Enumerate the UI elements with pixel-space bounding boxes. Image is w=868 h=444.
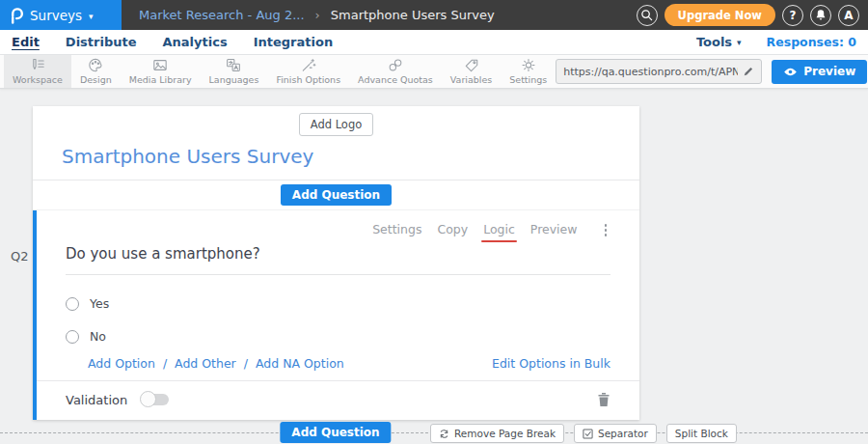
- add-na-option-link[interactable]: Add NA Option: [256, 356, 344, 371]
- preview-button[interactable]: Preview: [772, 60, 867, 84]
- breadcrumb-current: Smartphone Users Survey: [331, 8, 495, 22]
- upgrade-now-button[interactable]: Upgrade Now: [665, 4, 775, 26]
- radio-button[interactable]: [66, 330, 79, 344]
- toolbar-item-settings[interactable]: Settings: [501, 55, 556, 88]
- remove-page-break-button[interactable]: Remove Page Break: [430, 424, 564, 443]
- option-row-no: No: [66, 329, 610, 344]
- toolbar-item-variables[interactable]: Variables: [442, 55, 501, 88]
- add-logo-button[interactable]: Add Logo: [299, 113, 374, 136]
- responses-count[interactable]: Responses: 0: [767, 35, 856, 49]
- question-action-tabs: Settings Copy Logic Preview: [66, 222, 610, 238]
- help-icon: ?: [790, 9, 797, 22]
- tab-edit[interactable]: Edit: [12, 35, 40, 49]
- nav-right: Tools ▾ Responses: 0: [696, 35, 856, 49]
- help-button[interactable]: ?: [782, 5, 803, 26]
- tab-analytics[interactable]: Analytics: [163, 35, 228, 49]
- tab-integration[interactable]: Integration: [254, 35, 333, 49]
- question-tab-copy[interactable]: Copy: [437, 222, 468, 238]
- question-tab-logic[interactable]: Logic: [483, 222, 515, 238]
- tab-distribute[interactable]: Distribute: [66, 35, 137, 49]
- eye-icon: [783, 68, 798, 76]
- tools-menu[interactable]: Tools ▾: [696, 35, 742, 49]
- workspace-toolbar: Workspace Design Media Library Languages…: [0, 55, 868, 89]
- remove-page-break-icon: [439, 429, 449, 439]
- question-text[interactable]: Do you use a smartphone?: [66, 238, 610, 275]
- question-tab-settings[interactable]: Settings: [372, 222, 421, 238]
- add-question-row-top: Add Question: [33, 180, 639, 210]
- add-option-link[interactable]: Add Option: [88, 356, 155, 371]
- option-label[interactable]: Yes: [90, 296, 109, 311]
- notifications-button[interactable]: [810, 5, 831, 26]
- kebab-menu-icon[interactable]: [601, 222, 611, 238]
- breadcrumb: Market Research - Aug 2... › Smartphone …: [122, 0, 495, 30]
- advance-quotas-icon: [388, 58, 403, 72]
- finish-options-icon: [301, 58, 316, 72]
- toolbar-item-media-library[interactable]: Media Library: [121, 55, 201, 88]
- link-separator: /: [244, 356, 248, 371]
- product-label: Surveys: [30, 8, 82, 23]
- survey-title[interactable]: Smartphone Users Survey: [33, 139, 639, 180]
- survey-url-field[interactable]: https://qa.questionpro.com/t/APNrFZgQ: [556, 59, 762, 84]
- toggle-knob: [140, 391, 156, 407]
- breadcrumb-parent-link[interactable]: Market Research - Aug 2...: [139, 8, 305, 22]
- questionpro-app: Surveys ▾ Market Research - Aug 2... › S…: [0, 0, 868, 444]
- question-main: Settings Copy Logic Preview Do you use a…: [37, 210, 639, 371]
- add-question-button-bottom[interactable]: Add Question: [280, 422, 391, 443]
- add-question-button-top[interactable]: Add Question: [281, 184, 392, 206]
- option-add-links: Add Option / Add Other / Add NA Option: [88, 356, 344, 371]
- edit-url-pencil-icon[interactable]: [743, 66, 754, 77]
- separator-button[interactable]: Separator: [574, 424, 657, 443]
- delete-question-button[interactable]: [597, 392, 610, 407]
- separator-checkbox-icon: [583, 429, 593, 439]
- toolbar-item-workspace[interactable]: Workspace: [4, 55, 71, 88]
- toolbar-item-advance-quotas[interactable]: Advance Quotas: [349, 55, 442, 88]
- option-label[interactable]: No: [90, 329, 106, 344]
- toolbar-right: https://qa.questionpro.com/t/APNrFZgQ Pr…: [556, 55, 868, 88]
- survey-card: Add Logo Smartphone Users Survey Add Que…: [33, 106, 639, 420]
- split-block-button[interactable]: Split Block: [666, 424, 737, 443]
- question-block: Settings Copy Logic Preview Do you use a…: [33, 210, 639, 420]
- page-break-row: Add Question Remove Page Break Separator…: [0, 421, 868, 444]
- top-header: Surveys ▾ Market Research - Aug 2... › S…: [0, 0, 868, 30]
- option-links-row: Add Option / Add Other / Add NA Option E…: [88, 356, 610, 371]
- variables-icon: [464, 58, 479, 72]
- workspace-icon: [30, 58, 45, 72]
- nav-links: Edit Distribute Analytics Integration: [12, 35, 333, 49]
- tools-label: Tools: [696, 35, 732, 49]
- radio-button[interactable]: [66, 297, 79, 311]
- add-other-link[interactable]: Add Other: [175, 356, 236, 371]
- split-block-label: Split Block: [675, 428, 728, 439]
- bell-icon: [815, 9, 827, 21]
- questionpro-logo: [11, 7, 23, 24]
- breadcrumb-chevron-icon: ›: [315, 8, 320, 22]
- header-actions: Upgrade Now ? A: [637, 0, 868, 30]
- validation-row: Validation: [37, 380, 639, 420]
- toolbar-item-languages[interactable]: Languages: [201, 55, 268, 88]
- question-tab-preview[interactable]: Preview: [530, 222, 578, 238]
- chevron-down-icon: ▾: [737, 37, 742, 47]
- page-break-actions: Remove Page Break Separator Split Block: [430, 424, 737, 443]
- question-number: Q2: [11, 249, 29, 264]
- languages-icon: [226, 58, 241, 72]
- avatar[interactable]: A: [838, 5, 859, 26]
- preview-label: Preview: [803, 65, 855, 78]
- validation-toggle[interactable]: [142, 394, 169, 405]
- settings-icon: [521, 58, 536, 72]
- design-icon: [88, 58, 103, 72]
- link-separator: /: [163, 356, 167, 371]
- surveys-product-menu[interactable]: Surveys ▾: [0, 0, 122, 30]
- separator-label: Separator: [598, 428, 648, 439]
- answer-options: Yes No: [66, 296, 610, 344]
- search-button[interactable]: [637, 5, 658, 26]
- toolbar-item-finish-options[interactable]: Finish Options: [267, 55, 349, 88]
- search-icon: [640, 9, 653, 21]
- validation-label: Validation: [66, 393, 127, 407]
- logo-row: Add Logo: [33, 106, 639, 139]
- avatar-initial: A: [844, 9, 853, 22]
- toolbar-item-design[interactable]: Design: [71, 55, 121, 88]
- section-nav: Edit Distribute Analytics Integration To…: [0, 30, 868, 55]
- remove-page-break-label: Remove Page Break: [454, 428, 556, 439]
- media-library-icon: [152, 58, 168, 72]
- option-row-yes: Yes: [66, 296, 610, 311]
- edit-options-in-bulk-link[interactable]: Edit Options in Bulk: [492, 356, 610, 371]
